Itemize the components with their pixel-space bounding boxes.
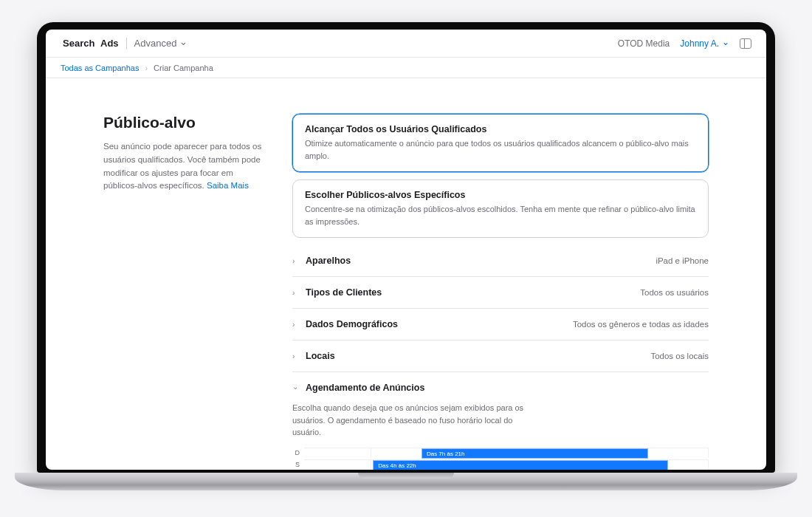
brand-word-2: Ads bbox=[100, 38, 119, 49]
brand-word-1: Search bbox=[63, 38, 94, 49]
chevron-right-icon bbox=[292, 257, 298, 265]
schedule-chart[interactable]: D Das 7h às 21h S Das 4h às 2 bbox=[292, 448, 709, 470]
breadcrumb-current: Criar Campanha bbox=[154, 64, 213, 72]
schedule-bar[interactable]: Das 4h às 22h bbox=[373, 460, 668, 470]
screen-bezel: Search Ads Advanced OTOD Media Johnny A. bbox=[37, 22, 775, 473]
option-title: Alcançar Todos os Usuários Qualificados bbox=[305, 124, 696, 134]
chevron-right-icon bbox=[292, 289, 298, 297]
chevron-right-icon bbox=[145, 64, 148, 72]
chevron-down-icon bbox=[722, 38, 729, 49]
schedule-row[interactable]: S Das 4h às 22h bbox=[292, 459, 709, 470]
option-desc: Otimize automaticamente o anúncio para q… bbox=[305, 137, 696, 162]
schedule-day-label: D bbox=[292, 449, 304, 456]
option-desc: Concentre-se na otimização dos públicos-… bbox=[305, 203, 696, 227]
accordion-value: Todos os gêneros e todas as idades bbox=[573, 320, 709, 329]
schedule-day-label: S bbox=[292, 461, 304, 468]
header-divider bbox=[126, 38, 127, 49]
schedule-track[interactable]: Das 7h às 21h bbox=[304, 448, 709, 458]
chevron-right-icon bbox=[292, 352, 298, 360]
product-tier-dropdown[interactable]: Advanced bbox=[134, 38, 188, 49]
panel-toggle-icon[interactable] bbox=[740, 38, 751, 49]
accordion-devices[interactable]: Aparelhos iPad e iPhone bbox=[292, 245, 709, 277]
accordion-ad-scheduling[interactable]: Agendamento de Anúncios bbox=[292, 372, 709, 400]
app-header: Search Ads Advanced OTOD Media Johnny A. bbox=[46, 30, 766, 58]
accordion-value: iPad e iPhone bbox=[656, 256, 709, 265]
schedule-row[interactable]: D Das 7h às 21h bbox=[292, 448, 709, 459]
schedule-track[interactable]: Das 4h às 22h bbox=[304, 459, 709, 470]
main-content: Público-alvo Seu anúncio pode aparecer p… bbox=[46, 78, 766, 470]
chevron-down-icon bbox=[179, 38, 187, 49]
chevron-right-icon bbox=[292, 321, 298, 329]
breadcrumb: Todas as Campanhas Criar Campanha bbox=[46, 58, 766, 78]
brand: Search Ads bbox=[61, 38, 119, 49]
camera-notch bbox=[373, 22, 439, 30]
accordion-label: Tipos de Clientes bbox=[306, 287, 382, 298]
settings-panel: Alcançar Todos os Usuários Qualificados … bbox=[292, 114, 709, 470]
user-name: Johnny A. bbox=[680, 38, 719, 49]
laptop-frame: Search Ads Advanced OTOD Media Johnny A. bbox=[37, 22, 775, 495]
chevron-down-icon bbox=[292, 384, 298, 392]
product-tier-label: Advanced bbox=[134, 38, 177, 49]
accordion-label: Locais bbox=[306, 351, 335, 361]
schedule-description: Escolha quando deseja que os anúncios se… bbox=[292, 402, 543, 439]
accordion-locations[interactable]: Locais Todos os locais bbox=[292, 340, 709, 372]
section-intro: Público-alvo Seu anúncio pode aparecer p… bbox=[103, 114, 266, 470]
page-title: Público-alvo bbox=[103, 114, 266, 131]
accordion-label: Agendamento de Anúncios bbox=[306, 383, 424, 393]
accordion-value: Todos os usuários bbox=[640, 288, 709, 297]
learn-more-link[interactable]: Saiba Mais bbox=[207, 181, 249, 190]
schedule-bar[interactable]: Das 7h às 21h bbox=[422, 448, 648, 459]
accordion-label: Dados Demográficos bbox=[306, 319, 398, 329]
header-right: OTOD Media Johnny A. bbox=[618, 38, 751, 49]
org-name: OTOD Media bbox=[618, 38, 670, 49]
laptop-base bbox=[15, 473, 797, 490]
screen: Search Ads Advanced OTOD Media Johnny A. bbox=[46, 30, 766, 470]
user-menu[interactable]: Johnny A. bbox=[680, 38, 729, 49]
breadcrumb-root[interactable]: Todas as Campanhas bbox=[61, 64, 139, 72]
accordion-label: Aparelhos bbox=[306, 256, 351, 266]
accordion-demographics[interactable]: Dados Demográficos Todos os gêneros e to… bbox=[292, 309, 709, 340]
page-description: Seu anúncio pode aparecer para todos os … bbox=[103, 140, 266, 193]
accordion-value: Todos os locais bbox=[650, 352, 709, 360]
accordion-customer-types[interactable]: Tipos de Clientes Todos os usuários bbox=[292, 277, 709, 309]
option-title: Escolher Públicos-alvos Específicos bbox=[305, 190, 696, 200]
option-specific-audiences[interactable]: Escolher Públicos-alvos Específicos Conc… bbox=[292, 179, 709, 238]
option-reach-all[interactable]: Alcançar Todos os Usuários Qualificados … bbox=[292, 114, 709, 172]
